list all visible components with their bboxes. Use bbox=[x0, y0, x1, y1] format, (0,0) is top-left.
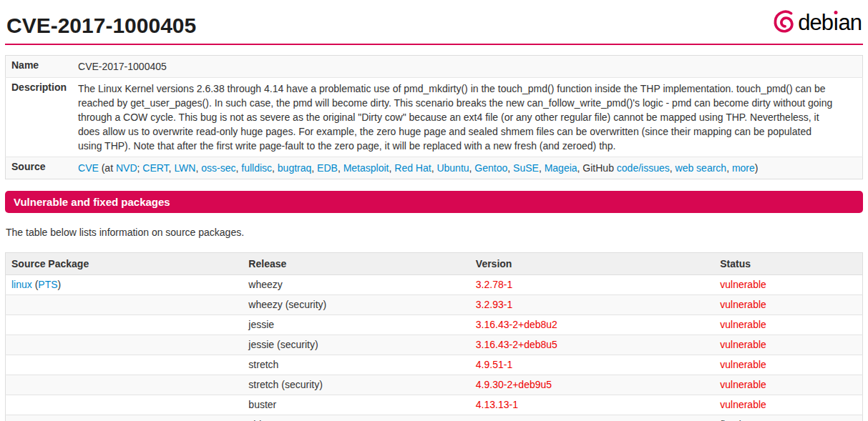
source-link-more[interactable]: more bbox=[732, 162, 755, 174]
version-cell: 3.16.43-2+deb8u5 bbox=[470, 335, 714, 355]
pts-link[interactable]: PTS bbox=[38, 279, 57, 290]
packages-header-row: Source Package Release Version Status bbox=[6, 253, 863, 275]
detail-label: Source bbox=[6, 157, 73, 179]
version-cell: 4.9.51-1 bbox=[470, 355, 714, 375]
package-row: buster4.13.13-1vulnerable bbox=[6, 395, 863, 415]
detail-row-name: Name CVE-2017-1000405 bbox=[6, 56, 863, 78]
source-link-cert[interactable]: CERT bbox=[142, 162, 168, 174]
source-link-nvd[interactable]: NVD bbox=[116, 162, 137, 174]
release-cell: wheezy bbox=[243, 275, 469, 295]
source-text: , bbox=[539, 162, 545, 174]
version-cell: 4.13.13-1 bbox=[470, 395, 714, 415]
page-header: CVE-2017-1000405 debıan bbox=[5, 4, 863, 45]
source-text: , bbox=[338, 162, 343, 174]
detail-label: Name bbox=[6, 56, 73, 78]
debian-wordmark: debıan bbox=[798, 11, 862, 34]
detail-row-description: Description The Linux Kernel versions 2.… bbox=[6, 78, 863, 157]
version-cell: 3.16.43-2+deb8u2 bbox=[470, 315, 714, 335]
source-link-suse[interactable]: SuSE bbox=[513, 162, 539, 174]
packages-table: Source Package Release Version Status li… bbox=[5, 252, 863, 421]
release-cell: buster bbox=[243, 395, 469, 415]
source-link-lwn[interactable]: LWN bbox=[174, 162, 195, 174]
package-row: wheezy (security)3.2.93-1vulnerable bbox=[6, 295, 863, 315]
version-cell: 3.2.78-1 bbox=[470, 275, 714, 295]
status-cell: vulnerable bbox=[714, 395, 862, 415]
source-link-oss-sec[interactable]: oss-sec bbox=[201, 162, 235, 174]
package-row: linux (PTS)wheezy3.2.78-1vulnerable bbox=[6, 275, 863, 295]
cve-description-value: The Linux Kernel versions 2.6.38 through… bbox=[72, 78, 862, 157]
source-link-mageia[interactable]: Mageia bbox=[545, 162, 577, 174]
cve-name-value: CVE-2017-1000405 bbox=[72, 56, 862, 78]
source-link-fulldisc[interactable]: fulldisc bbox=[241, 162, 272, 174]
status-cell: vulnerable bbox=[714, 355, 862, 375]
source-text: , bbox=[507, 162, 513, 174]
package-cell bbox=[6, 355, 243, 375]
source-text: , bbox=[726, 162, 732, 174]
source-link-cve[interactable]: CVE bbox=[78, 162, 99, 174]
package-row: sid4.14.2-1fixed bbox=[6, 415, 863, 421]
release-cell: sid bbox=[243, 415, 469, 421]
source-text: , GitHub bbox=[577, 162, 617, 174]
source-link-web-search[interactable]: web search bbox=[676, 162, 727, 174]
source-link-ubuntu[interactable]: Ubuntu bbox=[437, 162, 469, 174]
packages-tbody: linux (PTS)wheezy3.2.78-1vulnerablewheez… bbox=[6, 275, 863, 421]
package-cell bbox=[6, 315, 243, 335]
logo-i-red-dot: ı bbox=[833, 10, 839, 35]
source-text: , bbox=[670, 162, 676, 174]
source-link-edb[interactable]: EDB bbox=[317, 162, 338, 174]
source-link-bugtraq[interactable]: bugtraq bbox=[278, 162, 311, 174]
source-text: , bbox=[272, 162, 278, 174]
source-text: (at bbox=[99, 162, 116, 174]
package-row: stretch (security)4.9.30-2+deb9u5vulnera… bbox=[6, 375, 863, 395]
release-cell: stretch (security) bbox=[243, 375, 469, 395]
package-row: jessie3.16.43-2+deb8u2vulnerable bbox=[6, 315, 863, 335]
version-cell: 3.2.93-1 bbox=[470, 295, 714, 315]
detail-row-source: Source CVE (at NVD; CERT, LWN, oss-sec, … bbox=[6, 157, 863, 179]
source-link-gentoo[interactable]: Gentoo bbox=[474, 162, 507, 174]
version-cell: 4.14.2-1 bbox=[470, 415, 714, 421]
source-link-metasploit[interactable]: Metasploit bbox=[343, 162, 389, 174]
package-cell bbox=[6, 375, 243, 395]
section-header-vulnerable-and-fixed-packages: Vulnerable and fixed packages bbox=[5, 191, 863, 213]
status-cell: vulnerable bbox=[714, 375, 862, 395]
release-cell: jessie bbox=[243, 315, 469, 335]
package-cell: linux (PTS) bbox=[6, 275, 243, 295]
cve-details-table: Name CVE-2017-1000405 Description The Li… bbox=[5, 55, 863, 179]
source-links: CVE (at NVD; CERT, LWN, oss-sec, fulldis… bbox=[72, 157, 862, 179]
release-cell: jessie (security) bbox=[243, 335, 469, 355]
package-row: stretch4.9.51-1vulnerable bbox=[6, 355, 863, 375]
package-cell bbox=[6, 295, 243, 315]
source-link-code-issues[interactable]: code/issues bbox=[617, 162, 670, 174]
status-cell: vulnerable bbox=[714, 275, 862, 295]
version-cell: 4.9.30-2+deb9u5 bbox=[470, 375, 714, 395]
status-cell: vulnerable bbox=[714, 335, 862, 355]
status-cell: vulnerable bbox=[714, 295, 862, 315]
package-cell bbox=[6, 335, 243, 355]
package-link-linux[interactable]: linux bbox=[11, 279, 32, 290]
column-header-release: Release bbox=[243, 253, 469, 275]
column-header-source-package: Source Package bbox=[6, 253, 243, 275]
detail-label: Description bbox=[6, 78, 73, 157]
source-text: , bbox=[311, 162, 317, 174]
source-text: ) bbox=[755, 162, 759, 174]
source-link-red-hat[interactable]: Red Hat bbox=[394, 162, 431, 174]
page-title: CVE-2017-1000405 bbox=[6, 14, 196, 38]
column-header-version: Version bbox=[470, 253, 714, 275]
debian-logo-link[interactable]: debıan bbox=[772, 7, 862, 38]
package-cell bbox=[6, 415, 243, 421]
package-cell bbox=[6, 395, 243, 415]
release-cell: stretch bbox=[243, 355, 469, 375]
package-row: jessie (security)3.16.43-2+deb8u5vulnera… bbox=[6, 335, 863, 355]
status-cell: fixed bbox=[714, 415, 862, 421]
column-header-status: Status bbox=[714, 253, 862, 275]
debian-swirl-icon bbox=[772, 7, 796, 38]
packages-intro-text: The table below lists information on sou… bbox=[6, 227, 863, 238]
release-cell: wheezy (security) bbox=[243, 295, 469, 315]
status-cell: vulnerable bbox=[714, 315, 862, 335]
